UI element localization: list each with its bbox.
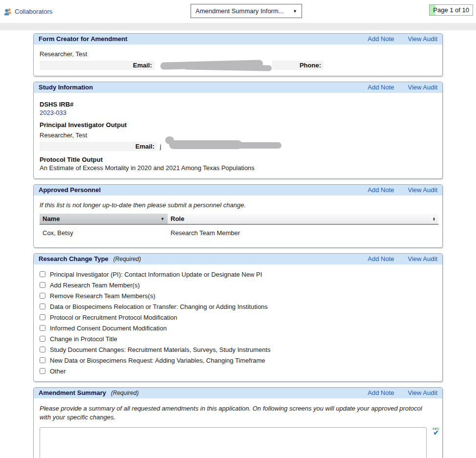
panel-title: Approved Personnel xyxy=(39,186,101,194)
change-type-checkbox[interactable] xyxy=(40,282,45,288)
add-note-link[interactable]: Add Note xyxy=(368,186,394,194)
change-type-checkbox[interactable] xyxy=(40,304,45,309)
pi-output-label: Principal Investigator Output xyxy=(40,121,436,129)
add-note-link[interactable]: Add Note xyxy=(368,35,394,43)
amendment-summary-textarea[interactable] xyxy=(40,427,427,458)
irb-label: DSHS IRB# xyxy=(40,101,436,108)
sort-both-icon[interactable]: ▲▼ xyxy=(433,217,435,221)
email-visible-prefix: j xyxy=(160,143,161,150)
panel-approved-personnel: Approved Personnel Add Note View Audit I… xyxy=(33,184,443,248)
change-type-option-consent-mod[interactable]: Informed Consent Document Modification xyxy=(40,323,436,333)
page-indicator-text: Page 1 of 10 xyxy=(433,6,469,14)
panel-title: Study Information xyxy=(39,84,93,91)
change-type-option-title-change[interactable]: Change in Protocol Title xyxy=(40,333,436,344)
column-header-name[interactable]: Name ▼ xyxy=(40,214,168,224)
chevron-down-icon: ▼ xyxy=(293,9,297,14)
panel-header: Amendment Summary (Required) Add Note Vi… xyxy=(34,388,442,398)
panel-title: Form Creator for Amendment xyxy=(39,35,128,43)
collaborators-link[interactable]: Collaborators xyxy=(4,8,52,16)
panel-research-change-type: Research Change Type (Required) Add Note… xyxy=(33,253,443,382)
form-content: Form Creator for Amendment Add Note View… xyxy=(0,30,476,458)
view-audit-link[interactable]: View Audit xyxy=(408,389,437,396)
change-type-checkbox[interactable] xyxy=(40,271,45,277)
panel-form-creator: Form Creator for Amendment Add Note View… xyxy=(33,33,443,76)
panel-header: Research Change Type (Required) Add Note… xyxy=(34,254,442,264)
change-type-option-protocol-mod[interactable]: Protocol or Recruitment Protocol Modific… xyxy=(40,312,436,323)
personnel-instruction: If this list is not longer up-to-date th… xyxy=(40,201,436,209)
panel-header: Approved Personnel Add Note View Audit xyxy=(34,185,442,196)
email-label: Email: xyxy=(40,142,157,151)
personnel-table: Name ▼ Role ▲▼ xyxy=(40,214,438,241)
panel-header: Form Creator for Amendment Add Note View… xyxy=(34,34,442,44)
change-type-checkbox[interactable] xyxy=(40,347,45,352)
redaction-blob xyxy=(154,61,255,70)
collaborators-label: Collaborators xyxy=(15,8,52,15)
view-audit-link[interactable]: View Audit xyxy=(408,186,437,194)
column-header-role[interactable]: Role ▲▼ xyxy=(168,214,438,224)
personnel-role-cell: Research Team Member xyxy=(168,224,438,241)
panel-title: Amendment Summary xyxy=(39,389,106,396)
view-audit-link[interactable]: View Audit xyxy=(408,255,437,262)
change-type-option-new-data[interactable]: New Data or Biospecimens Request: Adding… xyxy=(40,355,436,366)
required-label: (Required) xyxy=(111,390,139,396)
panel-header: Study Information Add Note View Audit xyxy=(34,82,442,93)
redaction-blob xyxy=(164,141,242,152)
pi-name: Researcher, Test xyxy=(40,131,436,139)
change-type-checkbox[interactable] xyxy=(40,368,45,374)
view-audit-link[interactable]: View Audit xyxy=(408,35,437,43)
page-indicator: Page 1 of 10 xyxy=(429,4,473,16)
change-type-checkbox[interactable] xyxy=(40,325,45,331)
sort-desc-icon[interactable]: ▼ xyxy=(160,217,165,221)
change-type-option-add-member[interactable]: Add Research Team Member(s) xyxy=(40,280,436,290)
change-type-option-doc-changes[interactable]: Study Document Changes: Recruitment Mate… xyxy=(40,344,436,355)
change-type-checkbox[interactable] xyxy=(40,336,45,342)
table-row: Cox, Betsy Research Team Member xyxy=(40,224,438,241)
pi-contact-row: Email: j xyxy=(40,142,437,151)
summary-instruction: Please provide a summary of all requeste… xyxy=(40,404,431,421)
add-note-link[interactable]: Add Note xyxy=(368,255,394,262)
creator-contact-row: Email: Phone: xyxy=(40,61,437,70)
summary-textarea-wrap: ABC ✔ xyxy=(40,427,440,458)
protocol-title-value: An Estimate of Excess Mortality in 2020 … xyxy=(40,164,436,172)
view-audit-link[interactable]: View Audit xyxy=(408,84,437,91)
panel-amendment-summary: Amendment Summary (Required) Add Note Vi… xyxy=(33,387,443,458)
top-bar: Collaborators Amendment Summary Inform..… xyxy=(0,0,476,23)
email-label: Email: xyxy=(40,61,154,70)
change-type-checkbox[interactable] xyxy=(40,314,45,320)
panel-title: Research Change Type xyxy=(39,255,108,262)
section-select-value: Amendment Summary Inform... xyxy=(195,7,284,15)
change-type-checkbox[interactable] xyxy=(40,357,45,363)
panel-study-information: Study Information Add Note View Audit DS… xyxy=(33,82,443,179)
collaborators-icon xyxy=(4,8,12,16)
required-label: (Required) xyxy=(113,256,141,262)
change-type-option-other[interactable]: Other xyxy=(40,366,436,376)
change-type-option-pi-update[interactable]: Principal Investigator (PI): Contact Inf… xyxy=(40,269,436,280)
personnel-name-cell: Cox, Betsy xyxy=(40,224,168,241)
add-note-link[interactable]: Add Note xyxy=(368,84,394,91)
spellcheck-icon[interactable]: ABC ✔ xyxy=(432,427,440,435)
email-value-redacted: j xyxy=(157,142,242,151)
phone-label: Phone: xyxy=(272,61,324,70)
change-type-option-relocation[interactable]: Data or Biospecimens Relocation or Trans… xyxy=(40,301,436,312)
change-type-checkbox[interactable] xyxy=(40,293,45,299)
change-type-option-remove-member[interactable]: Remove Research Team Members(s) xyxy=(40,290,436,301)
email-value-redacted xyxy=(154,61,255,70)
add-note-link[interactable]: Add Note xyxy=(368,389,394,396)
protocol-title-label: Protocol Title Output xyxy=(40,156,436,163)
toolbar-divider-band xyxy=(0,23,476,30)
section-select[interactable]: Amendment Summary Inform... ▼ xyxy=(191,4,302,18)
creator-name: Researcher, Test xyxy=(40,50,436,58)
irb-number: 2023-033 xyxy=(40,109,436,116)
